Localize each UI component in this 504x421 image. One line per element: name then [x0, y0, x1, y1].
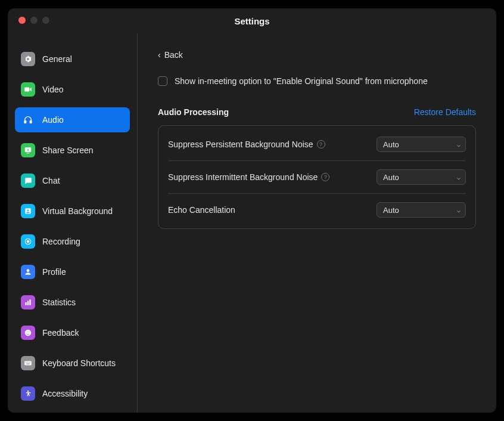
chevron-down-icon: ⌵: [457, 174, 461, 181]
sidebar-item-label: Virtual Background: [42, 206, 113, 216]
titlebar: Settings: [8, 8, 496, 33]
checkbox-label: Show in-meeting option to "Enable Origin…: [175, 76, 428, 86]
window-maximize-button[interactable]: [42, 17, 49, 24]
main-panel: ‹ Back Show in-meeting option to "Enable…: [138, 33, 496, 413]
svg-rect-11: [29, 299, 30, 305]
svg-rect-1: [30, 120, 32, 123]
sidebar-item-label: Chat: [42, 176, 60, 185]
row-label-text: Suppress Intermittent Background Noise: [168, 172, 318, 182]
select-value: Auto: [383, 140, 399, 149]
sidebar-item-label: Recording: [42, 237, 80, 246]
svg-rect-16: [26, 362, 26, 363]
info-icon[interactable]: ?: [317, 140, 325, 148]
sidebar-item-label: Feedback: [42, 328, 79, 338]
svg-rect-19: [30, 362, 30, 363]
sidebar: General Video Audio Share Screen: [8, 33, 138, 413]
sidebar-item-share-screen[interactable]: Share Screen: [15, 138, 130, 163]
headphones-icon: [21, 113, 35, 127]
echo-cancellation-select[interactable]: Auto ⌵: [377, 202, 466, 218]
sidebar-item-label: Share Screen: [42, 146, 94, 155]
select-value: Auto: [383, 173, 399, 182]
svg-point-8: [27, 269, 30, 272]
traffic-lights: [18, 17, 49, 24]
svg-rect-15: [24, 361, 32, 366]
sidebar-item-label: Profile: [42, 267, 66, 277]
sidebar-item-chat[interactable]: Chat: [15, 168, 130, 193]
feedback-icon: [21, 326, 35, 340]
row-label: Suppress Persistent Background Noise ?: [168, 140, 325, 149]
chevron-down-icon: ⌵: [457, 141, 461, 148]
sidebar-item-accessibility[interactable]: Accessibility: [15, 381, 130, 406]
audio-processing-panel: Suppress Persistent Background Noise ? A…: [158, 125, 476, 229]
svg-rect-9: [25, 302, 26, 305]
echo-cancellation-row: Echo Cancellation Auto ⌵: [168, 193, 466, 226]
virtual-background-icon: [21, 204, 35, 218]
sidebar-item-video[interactable]: Video: [15, 77, 130, 102]
select-value: Auto: [383, 206, 399, 215]
sidebar-item-recording[interactable]: Recording: [15, 229, 130, 254]
share-screen-icon: [21, 143, 35, 157]
svg-rect-0: [24, 120, 26, 123]
row-label: Echo Cancellation: [168, 205, 235, 215]
checkbox-icon: [158, 76, 167, 86]
recording-icon: [21, 234, 35, 249]
info-icon[interactable]: ?: [321, 173, 329, 181]
sidebar-item-feedback[interactable]: Feedback: [15, 320, 130, 345]
sidebar-item-label: Keyboard Shortcuts: [42, 358, 116, 368]
svg-rect-3: [27, 153, 30, 153]
chat-icon: [21, 174, 35, 188]
window-close-button[interactable]: [18, 17, 26, 24]
svg-point-12: [25, 330, 32, 336]
sidebar-item-profile[interactable]: Profile: [15, 259, 130, 284]
window-minimize-button[interactable]: [30, 17, 38, 24]
section-header: Audio Processing Restore Defaults: [158, 107, 476, 117]
sidebar-item-audio[interactable]: Audio: [15, 107, 130, 132]
sidebar-item-general[interactable]: General: [15, 47, 130, 72]
statistics-icon: [21, 295, 35, 309]
suppress-intermittent-noise-select[interactable]: Auto ⌵: [377, 169, 466, 185]
video-icon: [21, 82, 35, 97]
sidebar-item-label: Statistics: [42, 298, 76, 307]
svg-point-13: [27, 332, 27, 332]
svg-rect-17: [27, 362, 27, 363]
profile-icon: [21, 265, 35, 279]
keyboard-icon: [21, 356, 35, 370]
back-label: Back: [164, 50, 183, 60]
enable-original-sound-checkbox-row[interactable]: Show in-meeting option to "Enable Origin…: [158, 76, 476, 86]
settings-window: Settings General Video Audio: [8, 8, 496, 413]
restore-defaults-link[interactable]: Restore Defaults: [414, 107, 476, 117]
svg-rect-20: [26, 364, 30, 364]
svg-point-5: [27, 209, 29, 211]
sidebar-item-keyboard-shortcuts[interactable]: Keyboard Shortcuts: [15, 351, 130, 376]
svg-point-14: [29, 332, 29, 332]
sidebar-item-label: Video: [42, 85, 64, 94]
suppress-intermittent-noise-row: Suppress Intermittent Background Noise ?…: [168, 160, 466, 193]
back-button[interactable]: ‹ Back: [158, 50, 476, 60]
svg-rect-10: [27, 301, 29, 305]
svg-point-7: [27, 240, 29, 243]
row-label: Suppress Intermittent Background Noise ?: [168, 172, 329, 182]
sidebar-item-label: Audio: [42, 115, 64, 125]
content: General Video Audio Share Screen: [8, 33, 496, 413]
chevron-left-icon: ‹: [158, 50, 161, 60]
svg-point-21: [27, 391, 29, 392]
window-title: Settings: [8, 16, 496, 26]
sidebar-item-label: General: [42, 54, 72, 64]
sidebar-item-virtual-background[interactable]: Virtual Background: [15, 199, 130, 224]
svg-rect-18: [29, 362, 29, 363]
accessibility-icon: [21, 386, 35, 401]
gear-icon: [21, 52, 35, 66]
chevron-down-icon: ⌵: [457, 207, 461, 213]
sidebar-item-label: Accessibility: [42, 389, 88, 398]
row-label-text: Echo Cancellation: [168, 205, 235, 215]
sidebar-item-statistics[interactable]: Statistics: [15, 290, 130, 315]
section-title: Audio Processing: [158, 107, 229, 117]
row-label-text: Suppress Persistent Background Noise: [168, 140, 313, 149]
suppress-persistent-noise-select[interactable]: Auto ⌵: [377, 137, 466, 152]
suppress-persistent-noise-row: Suppress Persistent Background Noise ? A…: [168, 128, 466, 160]
